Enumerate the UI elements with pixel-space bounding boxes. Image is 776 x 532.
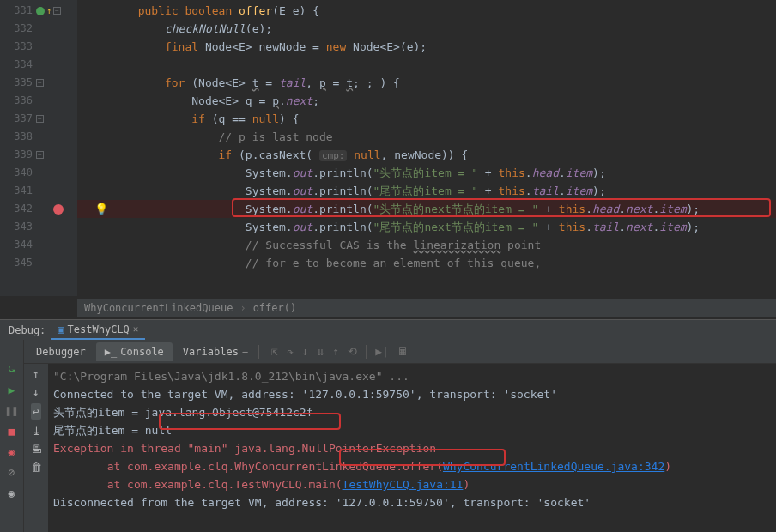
breakpoint-icon[interactable] — [53, 204, 64, 215]
fold-icon[interactable]: − — [36, 79, 44, 87]
console-line: "C:\Program Files\Java\jdk1.8.0_212\bin\… — [53, 367, 771, 385]
line-number: 345 — [3, 254, 33, 272]
scroll-down-icon[interactable]: ↓ — [33, 385, 39, 398]
show-execution-point-icon[interactable]: ⇱ — [271, 345, 278, 359]
breadcrumb[interactable]: WhyConcurrentLinkedQueue › offer() — [77, 299, 776, 317]
gutter-row[interactable]: 342 — [0, 200, 77, 218]
gutter-row[interactable]: 332 — [0, 20, 77, 38]
scroll-to-end-icon[interactable]: ⤓ — [32, 425, 41, 438]
console-output[interactable]: "C:\Program Files\Java\jdk1.8.0_212\bin\… — [48, 364, 776, 532]
code-line[interactable]: System.out.println("头节点的item = " + this.… — [77, 164, 776, 182]
scroll-up-icon[interactable]: ↑ — [33, 367, 39, 380]
code-line[interactable]: Node<E> q = p.next; — [77, 92, 776, 110]
line-number: 334 — [3, 56, 33, 74]
gutter-row[interactable]: 334 — [0, 56, 77, 74]
code-line[interactable]: if (q == null) { — [77, 110, 776, 128]
gutter-row[interactable]: 343 — [0, 218, 77, 236]
debug-left-toolbar: ⤿ ▶ ❚❚ ■ ◉ ⊘ ◉ — [0, 340, 24, 532]
fold-icon[interactable]: − — [53, 7, 61, 15]
override-icon[interactable] — [36, 7, 45, 15]
force-step-into-icon[interactable]: ⇊ — [318, 345, 324, 359]
gutter-row[interactable]: 341 — [0, 182, 77, 200]
step-out-icon[interactable]: ↑ — [332, 345, 339, 359]
gutter-row[interactable]: 335− — [0, 74, 77, 92]
debug-config-icon: ▣ — [58, 323, 64, 336]
gutter-row[interactable]: 340 — [0, 164, 77, 182]
minus-icon: − — [242, 346, 248, 358]
gutter-row[interactable]: 338 — [0, 128, 77, 146]
line-number: 341 — [3, 182, 33, 200]
code-line[interactable]: 💡 System.out.println("头节点的next节点的item = … — [77, 200, 776, 218]
line-number: 338 — [3, 128, 33, 146]
stacktrace-link[interactable]: WhyConcurrentLinkedQueue.java:342 — [443, 460, 664, 473]
console-line: at com.example.clq.WhyConcurrentLinkedQu… — [53, 457, 771, 475]
code-line[interactable]: if (p.casNext( cmp: null, newNode)) { — [77, 146, 776, 164]
fold-icon[interactable]: − — [36, 151, 44, 159]
step-toolbar: ⇱ ↷ ↓ ⇊ ↑ ⟲ ▶| 🖩 — [271, 345, 409, 359]
debug-label: Debug: — [3, 324, 51, 336]
step-over-icon[interactable]: ↷ — [287, 345, 294, 359]
debug-panel: Debug: ▣ TestWhyCLQ ✕ ⤿ ▶ ❚❚ ■ ◉ ⊘ ◉ Deb… — [0, 319, 776, 532]
gutter-row[interactable]: 333 — [0, 38, 77, 56]
line-number: 337 — [3, 110, 33, 128]
code-line[interactable]: for (Node<E> t = tail, p = t; ; ) { — [77, 74, 776, 92]
code-line[interactable]: System.out.println("尾节点的next节点的item = " … — [77, 218, 776, 236]
console-side-toolbar: ↑ ↓ ↩ ⤓ 🖶 🗑 — [24, 364, 48, 532]
debug-run-tab[interactable]: ▣ TestWhyCLQ ✕ — [51, 320, 145, 340]
soft-wrap-icon[interactable]: ↩ — [31, 403, 41, 420]
line-number: 342 — [3, 200, 33, 218]
code-editor[interactable]: 331↑−332333334335−336337−338339−34034134… — [0, 0, 776, 296]
code-line[interactable]: public boolean offer(E e) { — [77, 2, 776, 20]
breadcrumb-class[interactable]: WhyConcurrentLinkedQueue — [84, 302, 233, 314]
resume-icon[interactable]: ▶ — [5, 383, 19, 396]
console-line: Disconnected from the target VM, address… — [53, 493, 771, 511]
gutter: 331↑−332333334335−336337−338339−34034134… — [0, 0, 77, 296]
code-line[interactable]: System.out.println("尾节点的item = " + this.… — [77, 182, 776, 200]
drop-frame-icon[interactable]: ⟲ — [348, 345, 357, 359]
tab-variables[interactable]: Variables − — [174, 342, 257, 361]
code-line[interactable]: checkNotNull(e); — [77, 20, 776, 38]
gutter-row[interactable]: 336 — [0, 92, 77, 110]
code-line[interactable]: // Successful CAS is the linearization p… — [77, 236, 776, 254]
gutter-row[interactable]: 344 — [0, 236, 77, 254]
close-icon[interactable]: ✕ — [133, 323, 139, 335]
tab-console[interactable]: ▶_ Console — [96, 342, 173, 361]
stop-icon[interactable]: ■ — [5, 424, 19, 438]
clear-icon[interactable]: 🗑 — [31, 461, 42, 474]
override-up-icon[interactable]: ↑ — [46, 2, 52, 20]
breadcrumb-method[interactable]: offer() — [253, 302, 297, 314]
run-to-cursor-icon[interactable]: ▶| — [375, 345, 389, 359]
fold-icon[interactable]: − — [36, 115, 44, 123]
code-line[interactable] — [77, 56, 776, 74]
step-into-icon[interactable]: ↓ — [302, 345, 309, 359]
mute-breakpoints-icon[interactable]: ⊘ — [5, 465, 19, 479]
console-line: at com.example.clq.TestWhyCLQ.main(TestW… — [53, 475, 771, 493]
camera-icon[interactable]: ◉ — [5, 486, 19, 499]
line-number: 340 — [3, 164, 33, 182]
print-icon[interactable]: 🖶 — [31, 443, 42, 456]
rerun-icon[interactable]: ⤿ — [5, 362, 19, 376]
code-line[interactable]: final Node<E> newNode = new Node<E>(e); — [77, 38, 776, 56]
line-number: 331 — [3, 2, 33, 20]
separator — [258, 345, 259, 359]
pause-icon[interactable]: ❚❚ — [5, 403, 19, 417]
line-number: 344 — [3, 236, 33, 254]
debug-inner-tabs: Debugger ▶_ Console Variables − ⇱ ↷ ↓ ⇊ … — [24, 340, 776, 364]
stacktrace-link[interactable]: TestWhyCLQ.java:11 — [343, 478, 464, 491]
gutter-row[interactable]: 331↑− — [0, 2, 77, 20]
intention-bulb-icon[interactable]: 💡 — [94, 200, 108, 218]
code-line[interactable]: // p is last node — [77, 128, 776, 146]
code-line[interactable]: // for e to become an element of this qu… — [77, 254, 776, 272]
gutter-row[interactable]: 337− — [0, 110, 77, 128]
console-line: Connected to the target VM, address: '12… — [53, 385, 771, 403]
gutter-row[interactable]: 345 — [0, 254, 77, 272]
debug-tab-name: TestWhyCLQ — [68, 323, 130, 336]
evaluate-icon[interactable]: 🖩 — [397, 345, 409, 359]
code-area[interactable]: public boolean offer(E e) { checkNotNull… — [77, 0, 776, 296]
gutter-row[interactable]: 339− — [0, 146, 77, 164]
console-line: 头节点的item = java.lang.Object@75412c2f — [53, 403, 771, 421]
tab-debugger[interactable]: Debugger — [27, 342, 94, 361]
line-number: 339 — [3, 146, 33, 164]
line-number: 333 — [3, 38, 33, 56]
view-breakpoints-icon[interactable]: ◉ — [5, 444, 19, 458]
